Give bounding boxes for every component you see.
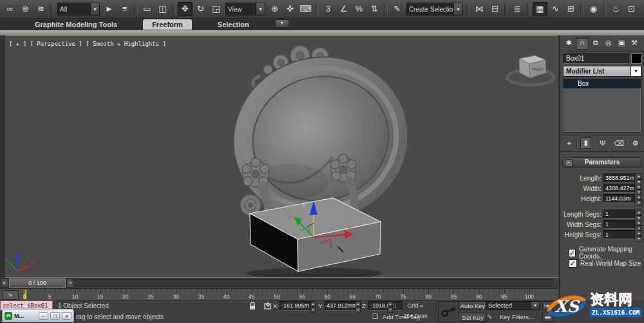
- ribbon-minimize-icon[interactable]: ▼: [275, 19, 289, 28]
- time-slider[interactable]: 0 / 100: [9, 279, 66, 288]
- tab-freeform[interactable]: Freeform: [143, 19, 192, 30]
- spinner-down-icon[interactable]: ▾: [636, 200, 642, 206]
- select-and-scale-icon[interactable]: ◲: [209, 2, 223, 16]
- spinner-control[interactable]: ▴▾: [636, 184, 642, 193]
- absolute-offset-mode-icon[interactable]: [263, 301, 273, 310]
- rendered-frame-window-icon[interactable]: ⊡: [624, 2, 639, 16]
- auto-key-button[interactable]: Auto Key: [459, 301, 487, 310]
- previous-frame-button[interactable]: <: [1, 279, 8, 288]
- parameter-value-field[interactable]: 1: [603, 220, 635, 229]
- spinner-control[interactable]: ▴▾: [636, 194, 642, 203]
- chevron-down-icon[interactable]: ▼: [630, 66, 641, 76]
- tab-utilities-icon[interactable]: ⚒: [629, 37, 640, 48]
- tab-hierarchy-icon[interactable]: ⧉: [590, 37, 601, 48]
- configure-modifier-sets-icon[interactable]: ⚙: [630, 138, 640, 148]
- checkbox[interactable]: ✓: [569, 259, 577, 268]
- render-production-icon[interactable]: ♨: [639, 2, 644, 16]
- y-coordinate-field[interactable]: 437.912mm: [325, 301, 359, 311]
- parameter-value-field[interactable]: 1: [603, 210, 635, 219]
- render-setup-icon[interactable]: ♨: [609, 2, 623, 16]
- minimize-icon[interactable]: —: [39, 312, 48, 320]
- new-key-settings-icon[interactable]: ∿: [484, 312, 495, 321]
- modifier-stack-list[interactable]: Box: [563, 79, 641, 133]
- floating-mini-window[interactable]: G M... — ❐ ✕: [2, 309, 74, 322]
- make-unique-icon[interactable]: Ψ: [598, 138, 607, 148]
- curve-editor-icon[interactable]: ∿: [548, 2, 563, 16]
- time-slider-track[interactable]: [75, 279, 553, 287]
- timeline-ruler[interactable]: 0510152025303540455055606570758085909510…: [19, 289, 553, 300]
- bind-to-space-warp-icon[interactable]: ≋: [33, 2, 48, 16]
- select-object-icon[interactable]: ►: [102, 2, 117, 16]
- spinner-up-icon[interactable]: ▴: [636, 210, 642, 215]
- parameter-value-field[interactable]: 3858.951m: [603, 173, 635, 182]
- select-and-move-icon[interactable]: ✥: [178, 2, 193, 16]
- spinner-up-icon[interactable]: ▴: [636, 220, 642, 226]
- viewport-label[interactable]: [ + ] [ Perspective ] [ Smooth + Highlig…: [9, 41, 166, 47]
- open-mini-curve-editor-icon[interactable]: ∿: [2, 290, 19, 300]
- graphite-ribbon-toggle-icon[interactable]: ▦: [533, 2, 547, 16]
- collapse-rollout-icon[interactable]: −: [565, 159, 573, 166]
- reference-coordinate-system-dropdown[interactable]: View▼: [225, 3, 265, 15]
- tab-graphite-modeling-tools[interactable]: Graphite Modeling Tools: [26, 19, 126, 30]
- spinner-up-icon[interactable]: ▴: [636, 173, 642, 179]
- spinner-up-icon[interactable]: ▴: [636, 194, 642, 200]
- parameter-value-field[interactable]: 1: [603, 230, 635, 239]
- toggle-set-key-mode-button[interactable]: [438, 301, 460, 322]
- tab-create-icon[interactable]: ✱: [563, 37, 574, 48]
- perspective-viewport[interactable]: x y z FRONT z y x [ +: [5, 35, 558, 278]
- window-crossing-toggle-icon[interactable]: ◫: [155, 2, 170, 16]
- select-and-manipulate-icon[interactable]: ✜: [283, 2, 298, 16]
- layer-manager-icon[interactable]: ≣: [510, 2, 525, 16]
- chevron-down-icon[interactable]: ▼: [256, 3, 265, 15]
- keyboard-shortcut-override-icon[interactable]: ⌨: [298, 2, 313, 16]
- selection-set-key-dropdown[interactable]: Selected ▼: [486, 301, 540, 310]
- modifier-list-dropdown[interactable]: Modifier List ▼: [563, 66, 641, 77]
- x-coordinate-field[interactable]: -161.805m: [279, 301, 314, 311]
- angle-snap-toggle-icon[interactable]: ∠: [336, 2, 351, 16]
- object-name-field[interactable]: Box01: [563, 54, 629, 64]
- spinner-down-icon[interactable]: ▾: [636, 236, 642, 242]
- pin-stack-icon[interactable]: ⌖: [564, 138, 574, 148]
- unlink-selection-icon[interactable]: ⊗: [18, 2, 33, 16]
- parameter-value-field[interactable]: 4308.427m: [603, 184, 635, 193]
- chevron-down-icon[interactable]: ▼: [90, 3, 99, 15]
- parameters-rollout-header[interactable]: − Parameters: [562, 157, 642, 168]
- next-frame-button[interactable]: >: [66, 279, 74, 288]
- chevron-down-icon[interactable]: ▼: [531, 302, 539, 309]
- spinner-up-icon[interactable]: ▴: [636, 230, 642, 236]
- schematic-view-icon[interactable]: ⊞: [564, 2, 578, 16]
- snaps-toggle-3d-icon[interactable]: 3: [321, 2, 336, 16]
- selection-lock-icon[interactable]: [247, 301, 258, 310]
- named-selection-sets-dropdown[interactable]: Create Selection Se▼: [406, 3, 463, 15]
- mirror-icon[interactable]: ⋈: [472, 2, 487, 16]
- material-editor-icon[interactable]: ◉: [586, 2, 601, 16]
- x-spinner[interactable]: ▴▾: [310, 301, 316, 311]
- viewcube[interactable]: FRONT: [507, 55, 554, 85]
- parameter-value-field[interactable]: 1144.03m: [603, 194, 635, 203]
- key-filters-button[interactable]: Key Filters...: [500, 313, 534, 320]
- spinner-control[interactable]: ▴▾: [636, 173, 642, 182]
- percent-snap-toggle-icon[interactable]: %: [352, 2, 366, 16]
- spinner-control[interactable]: ▴▾: [636, 210, 642, 219]
- add-time-tag-button[interactable]: Add Time Tag: [383, 313, 420, 320]
- close-icon[interactable]: ✕: [62, 312, 71, 320]
- y-spinner[interactable]: ▴▾: [355, 301, 361, 311]
- align-icon[interactable]: ⊟: [488, 2, 502, 16]
- rectangular-selection-region-icon[interactable]: ▭: [140, 2, 155, 16]
- z-spinner[interactable]: ▴▾: [388, 301, 393, 311]
- tab-modify-icon[interactable]: ∩: [576, 37, 589, 50]
- edit-named-selection-sets-icon[interactable]: ✎: [390, 2, 404, 16]
- tab-selection[interactable]: Selection: [209, 19, 258, 30]
- show-end-result-icon[interactable]: ▮: [580, 137, 591, 149]
- stack-item-box[interactable]: Box: [564, 79, 641, 88]
- tab-display-icon[interactable]: ▣: [616, 37, 627, 48]
- chevron-down-icon[interactable]: ▼: [453, 3, 462, 15]
- set-key-button[interactable]: Set Key: [459, 313, 487, 322]
- spinner-control[interactable]: ▴▾: [636, 230, 642, 239]
- use-pivot-point-center-icon[interactable]: ⊕: [267, 2, 282, 16]
- spinner-up-icon[interactable]: ▴: [636, 184, 642, 190]
- tab-motion-icon[interactable]: ◎: [603, 37, 614, 48]
- select-and-rotate-icon[interactable]: ↻: [193, 2, 208, 16]
- select-by-name-icon[interactable]: ≡: [117, 2, 132, 16]
- remove-modifier-icon[interactable]: ⌫: [614, 138, 624, 148]
